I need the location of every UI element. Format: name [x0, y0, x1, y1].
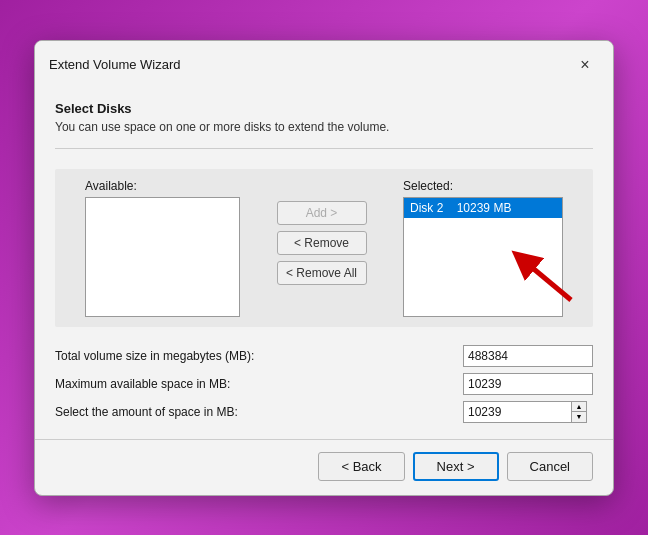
select-space-label: Select the amount of space in MB: [55, 405, 451, 419]
remove-button[interactable]: < Remove [277, 231, 367, 255]
dialog-title: Extend Volume Wizard [49, 57, 181, 72]
extend-volume-dialog: Extend Volume Wizard × Select Disks You … [34, 40, 614, 496]
selected-list-container: Selected: Disk 2 10239 MB [403, 179, 563, 317]
title-bar: Extend Volume Wizard × [35, 41, 613, 87]
total-volume-label: Total volume size in megabytes (MB): [55, 349, 451, 363]
total-volume-value: 488384 [463, 345, 593, 367]
selected-disk-item[interactable]: Disk 2 10239 MB [404, 198, 562, 218]
dialog-footer: < Back Next > Cancel [35, 452, 613, 495]
section-description: You can use space on one or more disks t… [55, 120, 593, 134]
max-space-label: Maximum available space in MB: [55, 377, 451, 391]
info-grid: Total volume size in megabytes (MB): 488… [35, 345, 613, 423]
available-listbox[interactable] [85, 197, 240, 317]
selected-disk-name: Disk 2 10239 MB [410, 201, 511, 215]
spin-up-button[interactable]: ▲ [572, 402, 586, 413]
spinner-buttons: ▲ ▼ [571, 401, 587, 423]
selected-label: Selected: [403, 179, 563, 193]
available-label: Available: [85, 179, 240, 193]
transfer-buttons: Add > < Remove < Remove All [250, 179, 393, 285]
close-button[interactable]: × [571, 51, 599, 79]
selected-listbox[interactable]: Disk 2 10239 MB [403, 197, 563, 317]
next-button[interactable]: Next > [413, 452, 499, 481]
cancel-button[interactable]: Cancel [507, 452, 593, 481]
available-list-container: Available: [85, 179, 240, 317]
header-divider [55, 148, 593, 149]
footer-divider [35, 439, 613, 440]
disk-selection-area: Available: Add > < Remove < Remove All S… [55, 169, 593, 327]
dialog-content: Select Disks You can use space on one or… [35, 87, 613, 327]
max-space-value: 10239 [463, 373, 593, 395]
select-space-spinner: 10239 ▲ ▼ [463, 401, 593, 423]
add-button[interactable]: Add > [277, 201, 367, 225]
remove-all-button[interactable]: < Remove All [277, 261, 367, 285]
back-button[interactable]: < Back [318, 452, 404, 481]
spin-down-button[interactable]: ▼ [572, 412, 586, 422]
section-title: Select Disks [55, 101, 593, 116]
select-space-value[interactable]: 10239 [463, 401, 571, 423]
